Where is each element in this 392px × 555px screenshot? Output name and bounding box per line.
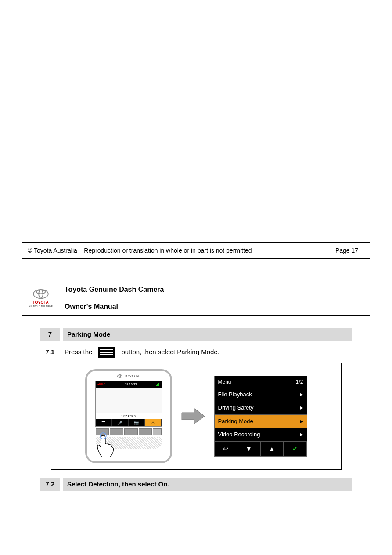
chevron-right-icon: ▶ bbox=[300, 404, 303, 411]
page-2: TOYOTA ALL ABOUT THE DRIVE Toyota Genuin… bbox=[0, 281, 392, 507]
down-button[interactable]: ▼ bbox=[237, 442, 261, 456]
svg-point-2 bbox=[36, 290, 45, 294]
page-1: © Toyota Australia – Reproduction or tra… bbox=[0, 0, 392, 259]
menu-item-label: File Playback bbox=[218, 390, 252, 399]
confirm-button[interactable]: ✔ bbox=[284, 442, 307, 456]
mini-logo-icon bbox=[117, 374, 122, 378]
device-brand: TOYOTA bbox=[117, 374, 140, 380]
section-title: Parking Mode bbox=[63, 328, 352, 341]
menu-icon bbox=[98, 347, 115, 358]
step-text-post: button, then select Parking Mode. bbox=[121, 347, 219, 357]
button-3 bbox=[124, 428, 138, 435]
illustration-box: TOYOTA ●REC 18:16:23 122 km/h ☰ 🎤 bbox=[51, 363, 342, 470]
menu-item-label: Driving Safety bbox=[218, 403, 254, 412]
menu-item-file-playback[interactable]: File Playback▶ bbox=[215, 388, 307, 402]
chevron-right-icon: ▶ bbox=[300, 431, 303, 438]
warning-icon: ⚠ bbox=[145, 419, 162, 426]
doc-subtitle: Owner's Manual bbox=[59, 298, 370, 315]
power-button bbox=[153, 428, 161, 435]
back-button[interactable]: ↩ bbox=[215, 442, 238, 456]
copyright-text: © Toyota Australia – Reproduction or tra… bbox=[22, 243, 324, 258]
menu-item-parking-mode[interactable]: Parking Mode▶ bbox=[215, 415, 307, 428]
signal-icon bbox=[156, 383, 159, 386]
step-number: 7.2 bbox=[40, 478, 60, 491]
svg-point-5 bbox=[119, 375, 122, 376]
menu-item-driving-safety[interactable]: Driving Safety▶ bbox=[215, 401, 307, 415]
step-number: 7.1 bbox=[40, 347, 60, 357]
page1-footer: © Toyota Australia – Reproduction or tra… bbox=[22, 242, 370, 258]
chevron-right-icon: ▶ bbox=[300, 418, 303, 424]
menu-page-indicator: 1/2 bbox=[296, 378, 303, 386]
doc-title: Toyota Genuine Dash Camera bbox=[59, 281, 370, 298]
step-7-1: 7.1 Press the button, then select Parkin… bbox=[40, 347, 352, 358]
button-4 bbox=[139, 428, 152, 435]
section-heading-7: 7 Parking Mode bbox=[40, 328, 352, 341]
device-brand-text: TOYOTA bbox=[124, 374, 140, 380]
menu-item-video-recording[interactable]: Video Recording▶ bbox=[215, 428, 307, 442]
toyota-ellipse-icon bbox=[33, 289, 49, 299]
step-text: Select Detection, then select On. bbox=[63, 478, 352, 491]
device-screen: ●REC 18:16:23 122 km/h ☰ 🎤 📷 ⚠ bbox=[95, 381, 162, 427]
menu-title: Menu bbox=[218, 378, 231, 386]
logo-brand: TOYOTA bbox=[32, 300, 49, 305]
dashcam-device: TOYOTA ●REC 18:16:23 122 km/h ☰ 🎤 bbox=[85, 369, 172, 463]
chevron-right-icon: ▶ bbox=[300, 391, 303, 398]
mic-icon: 🎤 bbox=[112, 419, 129, 426]
device-speed: 122 km/h bbox=[96, 413, 162, 419]
hand-pointer-icon bbox=[93, 432, 119, 458]
rec-indicator: ●REC bbox=[97, 382, 106, 387]
step-text-pre: Press the bbox=[65, 347, 92, 357]
page-number: Page 17 bbox=[324, 243, 370, 258]
camera-icon: 📷 bbox=[129, 419, 145, 426]
device-toolbar: ☰ 🎤 📷 ⚠ bbox=[96, 419, 162, 426]
toyota-logo: TOYOTA ALL ABOUT THE DRIVE bbox=[22, 281, 59, 315]
device-viewport bbox=[96, 388, 162, 413]
step-7-2: 7.2 Select Detection, then select On. bbox=[40, 478, 352, 491]
logo-tagline: ALL ABOUT THE DRIVE bbox=[29, 305, 53, 308]
up-button[interactable]: ▲ bbox=[261, 442, 284, 456]
menu-button-icon: ☰ bbox=[96, 419, 112, 426]
menu-item-label: Parking Mode bbox=[218, 417, 253, 426]
arrow-right-icon bbox=[181, 407, 205, 425]
device-time: 18:16:23 bbox=[125, 382, 137, 387]
menu-item-label: Video Recording bbox=[218, 430, 260, 439]
section-number: 7 bbox=[40, 328, 60, 341]
menu-panel: Menu 1/2 File Playback▶ Driving Safety▶ … bbox=[214, 376, 307, 457]
